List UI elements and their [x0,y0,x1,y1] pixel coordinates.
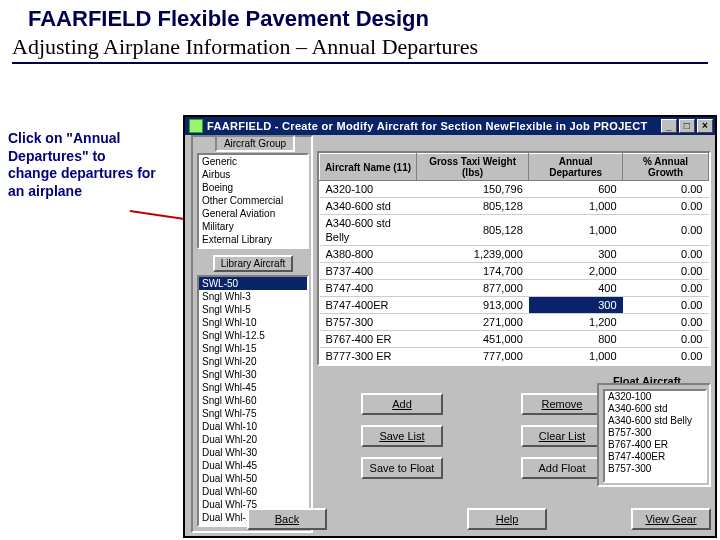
table-cell[interactable]: 174,700 [416,263,528,280]
library-item[interactable]: Dual Whl-30 [199,446,307,459]
table-cell[interactable]: 1,239,000 [416,246,528,263]
aircraft-table[interactable]: Aircraft Name (11)Gross Taxi Weight (lbs… [317,151,711,366]
table-cell[interactable]: B757-300 [320,314,417,331]
float-item[interactable]: B767-400 ER [605,439,705,451]
float-item[interactable]: B757-300 [605,463,705,475]
table-cell[interactable]: 0.00 [623,297,709,314]
group-item[interactable]: Military [199,220,307,233]
aircraft-group-listbox[interactable]: GenericAirbusBoeingOther CommercialGener… [197,153,309,249]
group-item[interactable]: Airbus [199,168,307,181]
table-cell[interactable]: 805,128 [416,215,528,246]
table-row[interactable]: A380-8001,239,0003000.00 [320,246,709,263]
float-item[interactable]: A340-600 std [605,403,705,415]
library-item[interactable]: SWL-50 [199,277,307,290]
table-cell[interactable]: 300 [529,246,623,263]
table-cell[interactable]: 0.00 [623,263,709,280]
group-item[interactable]: Generic [199,155,307,168]
table-cell[interactable]: 777,000 [416,348,528,365]
library-item[interactable]: Sngl Whl-5 [199,303,307,316]
table-cell[interactable]: A340-600 std Belly [320,215,417,246]
table-cell[interactable]: A340-600 std [320,198,417,215]
float-aircraft-listbox[interactable]: A320-100A340-600 stdA340-600 std BellyB7… [603,389,707,483]
back-button[interactable]: Back [247,508,327,530]
table-row[interactable]: B737-400174,7002,0000.00 [320,263,709,280]
table-cell[interactable]: 913,000 [416,297,528,314]
table-cell[interactable]: A380-800 [320,246,417,263]
group-item[interactable]: General Aviation [199,207,307,220]
table-cell[interactable]: 1,000 [529,215,623,246]
table-cell[interactable]: 1,200 [529,314,623,331]
table-cell[interactable]: B767-400 ER [320,331,417,348]
table-cell[interactable]: 0.00 [623,246,709,263]
table-cell[interactable]: B737-400 [320,263,417,280]
library-item[interactable]: Dual Whl-10 [199,420,307,433]
library-item[interactable]: Sngl Whl-45 [199,381,307,394]
table-header[interactable]: % Annual Growth [623,154,709,181]
group-item[interactable]: External Library [199,233,307,246]
save-to-float-button[interactable]: Save to Float [361,457,443,479]
float-item[interactable]: A340-600 std Belly [605,415,705,427]
table-row[interactable]: A340-600 std Belly805,1281,0000.00 [320,215,709,246]
table-cell[interactable]: 451,000 [416,331,528,348]
table-cell[interactable]: 805,128 [416,198,528,215]
clear-list-button[interactable]: Clear List [521,425,603,447]
table-row[interactable]: B777-300 ER777,0001,0000.00 [320,348,709,365]
table-cell[interactable]: 0.00 [623,280,709,297]
close-button[interactable]: × [697,119,713,133]
library-item[interactable]: Sngl Whl-30 [199,368,307,381]
group-item[interactable]: Boeing [199,181,307,194]
table-cell[interactable]: 0.00 [623,314,709,331]
table-header[interactable]: Gross Taxi Weight (lbs) [416,154,528,181]
table-cell[interactable]: B747-400 [320,280,417,297]
add-float-button[interactable]: Add Float [521,457,603,479]
library-aircraft-listbox[interactable]: SWL-50Sngl Whl-3Sngl Whl-5Sngl Whl-10Sng… [197,275,309,527]
table-cell[interactable]: 400 [529,280,623,297]
maximize-button[interactable]: □ [679,119,695,133]
table-cell[interactable]: 1,000 [529,198,623,215]
view-gear-button[interactable]: View Gear [631,508,711,530]
table-cell[interactable]: 0.00 [623,181,709,198]
table-cell[interactable]: 150,796 [416,181,528,198]
table-cell[interactable]: 0.00 [623,215,709,246]
table-cell[interactable]: 1,000 [529,348,623,365]
library-item[interactable]: Dual Whl-60 [199,485,307,498]
group-item[interactable]: Other Commercial [199,194,307,207]
library-item[interactable]: Sngl Whl-12.5 [199,329,307,342]
table-cell[interactable]: 271,000 [416,314,528,331]
table-cell[interactable]: 2,000 [529,263,623,280]
table-row[interactable]: A320-100150,7966000.00 [320,181,709,198]
table-row[interactable]: A340-600 std805,1281,0000.00 [320,198,709,215]
table-row[interactable]: B767-400 ER451,0008000.00 [320,331,709,348]
table-cell[interactable]: 300 [529,297,623,314]
library-item[interactable]: Dual Whl-45 [199,459,307,472]
add-button[interactable]: Add [361,393,443,415]
table-cell[interactable]: 0.00 [623,348,709,365]
table-cell[interactable]: B747-400ER [320,297,417,314]
table-cell[interactable]: 800 [529,331,623,348]
table-cell[interactable]: A320-100 [320,181,417,198]
table-cell[interactable]: 600 [529,181,623,198]
library-item[interactable]: Sngl Whl-3 [199,290,307,303]
table-cell[interactable]: 0.00 [623,198,709,215]
library-item[interactable]: Sngl Whl-20 [199,355,307,368]
library-item[interactable]: Sngl Whl-15 [199,342,307,355]
library-item[interactable]: Dual Whl-50 [199,472,307,485]
table-row[interactable]: B757-300271,0001,2000.00 [320,314,709,331]
table-cell[interactable]: 877,000 [416,280,528,297]
library-item[interactable]: Dual Whl-20 [199,433,307,446]
minimize-button[interactable]: _ [661,119,677,133]
table-header[interactable]: Aircraft Name (11) [320,154,417,181]
table-header[interactable]: Annual Departures [529,154,623,181]
table-row[interactable]: B747-400ER913,0003000.00 [320,297,709,314]
library-item[interactable]: Sngl Whl-75 [199,407,307,420]
table-cell[interactable]: 0.00 [623,331,709,348]
library-item[interactable]: Sngl Whl-60 [199,394,307,407]
save-list-button[interactable]: Save List [361,425,443,447]
library-item[interactable]: Sngl Whl-10 [199,316,307,329]
remove-button[interactable]: Remove [521,393,603,415]
float-item[interactable]: A320-100 [605,391,705,403]
float-item[interactable]: B747-400ER [605,451,705,463]
table-cell[interactable]: B777-300 ER [320,348,417,365]
help-button[interactable]: Help [467,508,547,530]
table-row[interactable]: B747-400877,0004000.00 [320,280,709,297]
